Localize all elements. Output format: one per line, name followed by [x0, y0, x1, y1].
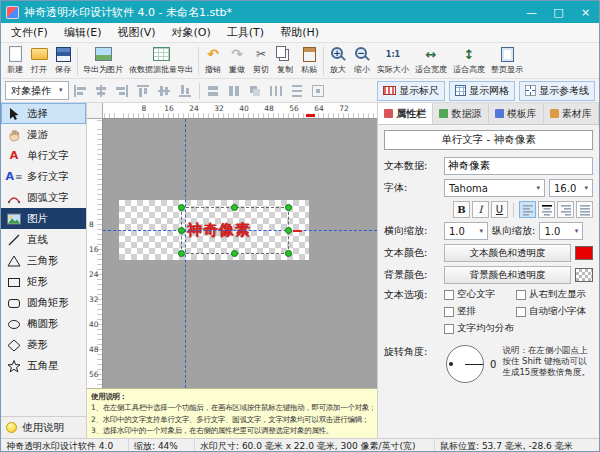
align-middle-button[interactable]: [155, 81, 174, 100]
tool-line[interactable]: 直线: [1, 229, 86, 250]
fit-page-button[interactable]: 整页显示: [488, 44, 526, 78]
underline-button[interactable]: U: [491, 201, 508, 218]
checkbox-right-to-left[interactable]: 从右到左显示: [516, 288, 586, 301]
selection-handle[interactable]: [285, 250, 292, 257]
selection-handle[interactable]: [231, 250, 238, 257]
tool-rounded-rectangle[interactable]: 圆角矩形: [1, 292, 86, 313]
menu-tools[interactable]: 工具(T): [219, 22, 272, 43]
canvas[interactable]: 神奇像素: [103, 119, 377, 388]
tab-datasource[interactable]: 数据源: [433, 103, 488, 124]
tool-diamond[interactable]: 菱形: [1, 334, 86, 355]
paste-button[interactable]: 粘贴: [297, 44, 321, 78]
text-color-swatch[interactable]: [575, 246, 593, 260]
center-in-page-button[interactable]: [309, 81, 328, 100]
rotation-dial[interactable]: [446, 345, 484, 383]
show-grid-toggle[interactable]: 显示网格: [449, 81, 515, 101]
checkbox-auto-shrink[interactable]: 自动缩小字体: [516, 305, 586, 318]
font-size-select[interactable]: 16.0: [549, 179, 593, 197]
bg-color-swatch[interactable]: [575, 268, 593, 282]
align-top-button[interactable]: [134, 81, 153, 100]
tool-star[interactable]: 五角星: [1, 355, 86, 376]
menu-view[interactable]: 视图(V): [109, 22, 163, 43]
same-height-button[interactable]: [225, 81, 244, 100]
tool-ellipse[interactable]: 椭圆形: [1, 313, 86, 334]
object-operations-dropdown[interactable]: 对象操作: [5, 81, 69, 100]
menu-file[interactable]: 文件(F): [3, 22, 56, 43]
tab-materials[interactable]: 素材库: [544, 103, 599, 124]
maximize-button[interactable]: □: [545, 1, 572, 23]
tab-templates[interactable]: 模板库: [489, 103, 544, 124]
text-align-justify-button[interactable]: [576, 201, 593, 218]
same-width-icon: [206, 84, 220, 98]
ruler-position-marker: [306, 114, 315, 117]
cut-button[interactable]: 剪切: [249, 44, 273, 78]
open-button[interactable]: 打开: [27, 44, 51, 78]
text-color-button[interactable]: 文本颜色和透明度: [444, 244, 571, 262]
tool-triangle[interactable]: 三角形: [1, 250, 86, 271]
align-center-h-button[interactable]: [92, 81, 111, 100]
save-button[interactable]: 保存: [51, 44, 75, 78]
tool-single-line-text[interactable]: 单行文字: [1, 145, 86, 166]
tool-select[interactable]: 选择: [1, 103, 86, 124]
selection-handle[interactable]: [285, 227, 292, 234]
vscale-input[interactable]: 1.0: [539, 222, 583, 240]
checkbox-even-distribution[interactable]: 文字均匀分布: [444, 322, 514, 335]
actual-size-button[interactable]: 实际大小: [374, 44, 412, 78]
new-button[interactable]: 新建: [3, 44, 27, 78]
main-area: 选择 漫游 单行文字 多行文字 圆弧文字 图片 直线 三角形 矩形 圆角矩形 椭…: [1, 103, 599, 438]
hscale-input[interactable]: 1.0: [444, 222, 488, 240]
minimize-button[interactable]: —: [518, 1, 545, 23]
tab-properties[interactable]: 属性栏: [378, 103, 433, 124]
fit-height-button[interactable]: 适合高度: [450, 44, 488, 78]
menu-object[interactable]: 对象(O): [164, 22, 219, 43]
same-size-button[interactable]: [246, 81, 265, 100]
text-align-left-button[interactable]: [519, 201, 536, 218]
selection-handle[interactable]: [231, 204, 238, 211]
tool-pan[interactable]: 漫游: [1, 124, 86, 145]
zoom-in-button[interactable]: 放大: [326, 44, 350, 78]
text-align-center-button[interactable]: [538, 201, 555, 218]
tool-multi-line-text[interactable]: 多行文字: [1, 166, 86, 187]
distribute-v-button[interactable]: [288, 81, 307, 100]
font-family-select[interactable]: Tahoma: [444, 179, 545, 197]
chevron-down-icon: [59, 87, 63, 94]
copy-button[interactable]: 复制: [273, 44, 297, 78]
menu-help[interactable]: 帮助(H): [272, 22, 327, 43]
align-left-button[interactable]: [71, 81, 90, 100]
bg-color-button[interactable]: 背景颜色和透明度: [444, 266, 571, 284]
rotation-dial-dot[interactable]: [449, 362, 453, 366]
selection-handle[interactable]: [178, 227, 185, 234]
close-button[interactable]: ×: [572, 1, 599, 23]
undo-button[interactable]: 撤销: [201, 44, 225, 78]
bold-button[interactable]: B: [453, 201, 470, 218]
batch-export-button[interactable]: 依数据源批量导出: [126, 44, 196, 78]
multi-text-icon: [6, 169, 22, 184]
text-data-input[interactable]: [444, 157, 593, 175]
zoom-out-button[interactable]: 缩小: [350, 44, 374, 78]
tool-arc-text[interactable]: 圆弧文字: [1, 187, 86, 208]
align-bottom-button[interactable]: [176, 81, 195, 100]
show-guides-toggle[interactable]: 显示参考线: [519, 81, 595, 101]
italic-button[interactable]: I: [472, 201, 489, 218]
tool-image[interactable]: 图片: [1, 208, 86, 229]
status-mouse-position: 鼠标位置: 53.7 毫米, -28.6 毫米: [435, 439, 599, 452]
export-image-button[interactable]: 导出为图片: [80, 44, 126, 78]
usage-help-button[interactable]: 使用说明: [1, 416, 86, 438]
checkbox-hollow-text[interactable]: 空心文字: [444, 288, 516, 301]
align-right-button[interactable]: [113, 81, 132, 100]
checkbox-vertical[interactable]: 竖排: [444, 305, 516, 318]
rotation-handle[interactable]: [293, 230, 302, 232]
redo-button[interactable]: 重做: [225, 44, 249, 78]
fit-width-button[interactable]: 适合宽度: [412, 44, 450, 78]
selection-handle[interactable]: [285, 204, 292, 211]
align-left-icon: [73, 84, 87, 98]
distribute-h-button[interactable]: [267, 81, 286, 100]
same-width-button[interactable]: [204, 81, 223, 100]
show-ruler-toggle[interactable]: 显示标尺: [377, 81, 445, 101]
selection-handle[interactable]: [178, 250, 185, 257]
selection-handle[interactable]: [178, 204, 185, 211]
materials-tab-icon: [550, 109, 559, 118]
tool-rectangle[interactable]: 矩形: [1, 271, 86, 292]
text-align-right-button[interactable]: [557, 201, 574, 218]
menu-edit[interactable]: 编辑(E): [56, 22, 110, 43]
